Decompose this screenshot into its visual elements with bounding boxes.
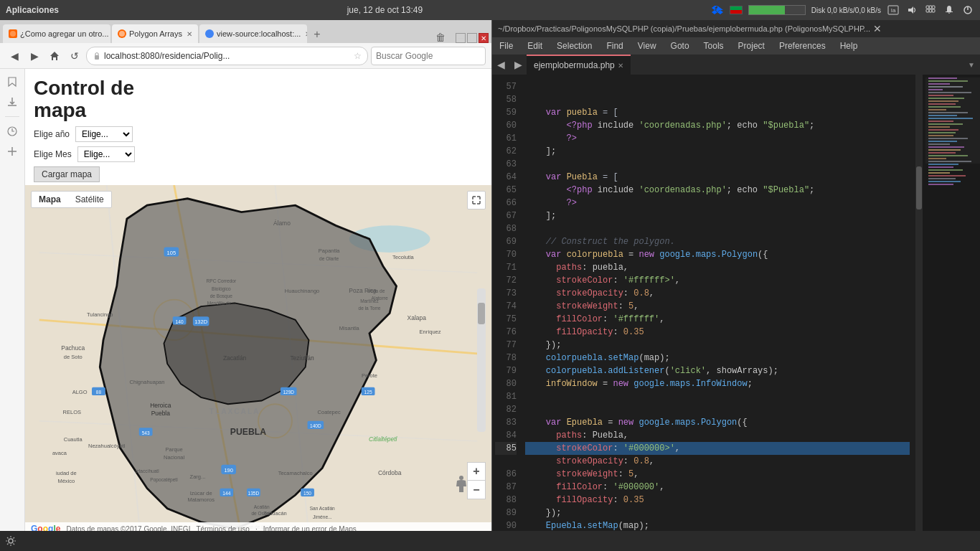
map-container[interactable]: PUEBLA Poza Rica Tecolutla Xalapa Enríqu… bbox=[25, 185, 491, 535]
line-numbers: 57 58 59 60 61 62 63 64 65 66 67 68 69 7… bbox=[492, 75, 519, 535]
tab-label-1: ¿Como agregar un otro... bbox=[20, 29, 109, 38]
address-input[interactable] bbox=[104, 51, 351, 61]
menu-project[interactable]: Project bbox=[731, 37, 772, 55]
tab-trash-button[interactable]: 🗑 bbox=[430, 32, 451, 43]
editor-tab-main[interactable]: ejemplobermuda.php ✕ bbox=[527, 55, 631, 75]
svg-text:avaca: avaca bbox=[52, 449, 67, 456]
browser-tab-3[interactable]: view-source:localhost:... ✕ bbox=[199, 24, 307, 43]
browser-tab-2[interactable]: Polygon Arrays ✕ bbox=[112, 24, 198, 43]
zoom-out-button[interactable]: − bbox=[467, 481, 486, 499]
app-name: Aplicaciones bbox=[6, 5, 59, 15]
volume-icon[interactable] bbox=[905, 5, 918, 15]
svg-text:Xalapa: Xalapa bbox=[407, 314, 427, 321]
lock-icon bbox=[93, 52, 101, 60]
month-select[interactable]: Elige... bbox=[77, 146, 135, 162]
code-line-75: fillColor: '#ffffff', bbox=[525, 313, 910, 326]
code-line-62: ]; bbox=[525, 145, 910, 158]
svg-text:Mesófilo de...: Mesófilo de... bbox=[207, 301, 235, 306]
map-scrollbar[interactable] bbox=[477, 288, 486, 432]
svg-rect-129 bbox=[928, 132, 956, 133]
network-icon[interactable] bbox=[924, 5, 937, 15]
download-icon[interactable] bbox=[5, 95, 19, 109]
code-line-72: strokeColor: '#ffffff>', bbox=[525, 274, 910, 287]
month-label: Elige Mes bbox=[34, 149, 72, 159]
menu-edit[interactable]: Edit bbox=[520, 37, 550, 55]
bookmark-icon[interactable]: ☆ bbox=[354, 51, 362, 61]
menu-help[interactable]: Help bbox=[833, 37, 865, 55]
refresh-button[interactable]: ↺ bbox=[66, 47, 83, 65]
code-line-61: ?> bbox=[525, 132, 910, 145]
menu-file[interactable]: File bbox=[492, 37, 520, 55]
map-type-satelite[interactable]: Satélite bbox=[68, 192, 111, 207]
svg-text:México: México bbox=[57, 478, 75, 484]
code-line-70: var colorpuebla = new google.maps.Polygo… bbox=[525, 248, 910, 261]
notification-icon[interactable] bbox=[943, 5, 956, 15]
tab-favicon-1 bbox=[9, 29, 17, 38]
svg-text:Zacatlán: Zacatlán bbox=[223, 354, 247, 362]
browser-tab-1[interactable]: ¿Como agregar un otro... ✕ bbox=[3, 24, 110, 43]
svg-text:Vega de: Vega de bbox=[367, 288, 385, 294]
year-select[interactable]: Elige... bbox=[75, 126, 133, 142]
map-scrollbar-thumb bbox=[478, 303, 485, 324]
code-line-88: fillColor: '#000000', bbox=[525, 481, 910, 494]
editor-tab-dropdown[interactable]: ▼ bbox=[963, 56, 980, 73]
editor-expand-right[interactable]: ▶ bbox=[509, 56, 527, 73]
menu-view[interactable]: View bbox=[631, 37, 664, 55]
map-type-mapa[interactable]: Mapa bbox=[32, 192, 68, 207]
datetime-text: jue, 12 de oct 13:49 bbox=[347, 5, 423, 15]
tab-close-2[interactable]: ✕ bbox=[187, 30, 192, 38]
svg-rect-14 bbox=[95, 55, 99, 60]
code-area[interactable]: var puebla = [ <?php include 'coordenada… bbox=[519, 75, 915, 535]
svg-text:Enríquez: Enríquez bbox=[419, 328, 440, 334]
svg-text:Nacional: Nacional bbox=[164, 454, 185, 461]
svg-text:Parque: Parque bbox=[166, 446, 183, 453]
svg-rect-138 bbox=[928, 158, 946, 159]
editor-titlebar-close[interactable]: ✕ bbox=[873, 23, 882, 34]
add-icon[interactable] bbox=[5, 144, 19, 159]
dropbox-icon[interactable]: ✦ bbox=[711, 5, 724, 15]
bookmarks-icon[interactable] bbox=[5, 75, 19, 89]
search-input[interactable] bbox=[376, 51, 484, 61]
map-expand-button[interactable] bbox=[467, 191, 486, 209]
power-icon[interactable] bbox=[961, 5, 974, 15]
editor-scrollbar[interactable] bbox=[915, 75, 923, 535]
menu-find[interactable]: Find bbox=[599, 37, 630, 55]
flag-icon[interactable] bbox=[730, 5, 743, 15]
browser-close[interactable]: ✕ bbox=[479, 33, 489, 43]
tab-add-button[interactable]: + bbox=[308, 26, 326, 43]
browser-minimize[interactable]: ─ bbox=[456, 33, 466, 43]
svg-text:Zarg...: Zarg... bbox=[190, 473, 206, 479]
progress-bar bbox=[748, 5, 806, 15]
zoom-in-button[interactable]: + bbox=[467, 462, 486, 481]
menu-preferences[interactable]: Preferences bbox=[772, 37, 833, 55]
editor-expand-left[interactable]: ◀ bbox=[492, 56, 509, 73]
load-map-button[interactable]: Cargar mapa bbox=[34, 166, 100, 182]
editor-tab-close[interactable]: ✕ bbox=[618, 62, 623, 70]
svg-rect-144 bbox=[928, 175, 966, 176]
map-svg: PUEBLA Poza Rica Tecolutla Xalapa Enríqu… bbox=[25, 185, 491, 535]
menu-selection[interactable]: Selection bbox=[550, 37, 599, 55]
svg-text:Tecamachalco: Tecamachalco bbox=[278, 469, 313, 476]
keyboard-layout-icon[interactable]: Ia bbox=[887, 5, 900, 15]
tab-close-3[interactable]: ✕ bbox=[305, 30, 307, 38]
code-line-63 bbox=[525, 158, 910, 171]
code-line-77: }); bbox=[525, 339, 910, 352]
address-bar[interactable]: ☆ bbox=[86, 47, 368, 65]
forward-button[interactable]: ▶ bbox=[26, 47, 43, 65]
svg-rect-140 bbox=[928, 164, 958, 165]
menu-goto[interactable]: Goto bbox=[664, 37, 697, 55]
street-view-icon[interactable] bbox=[454, 475, 468, 496]
taskbar-settings-icon[interactable] bbox=[3, 533, 19, 549]
browser-maximize[interactable]: □ bbox=[467, 33, 477, 43]
back-button[interactable]: ◀ bbox=[6, 47, 23, 65]
tab-favicon-3 bbox=[205, 29, 214, 38]
home-button[interactable] bbox=[46, 47, 63, 65]
code-line-73: strokeOpacity: 0.8, bbox=[525, 287, 910, 300]
search-bar[interactable] bbox=[371, 47, 486, 65]
svg-rect-146 bbox=[928, 181, 961, 182]
menu-tools[interactable]: Tools bbox=[697, 37, 731, 55]
code-line-74: strokeWeight: 5, bbox=[525, 300, 910, 313]
map-background: PUEBLA Poza Rica Tecolutla Xalapa Enríqu… bbox=[25, 185, 491, 535]
svg-text:de Osorio: de Osorio bbox=[251, 511, 272, 516]
history-icon[interactable] bbox=[5, 124, 19, 138]
